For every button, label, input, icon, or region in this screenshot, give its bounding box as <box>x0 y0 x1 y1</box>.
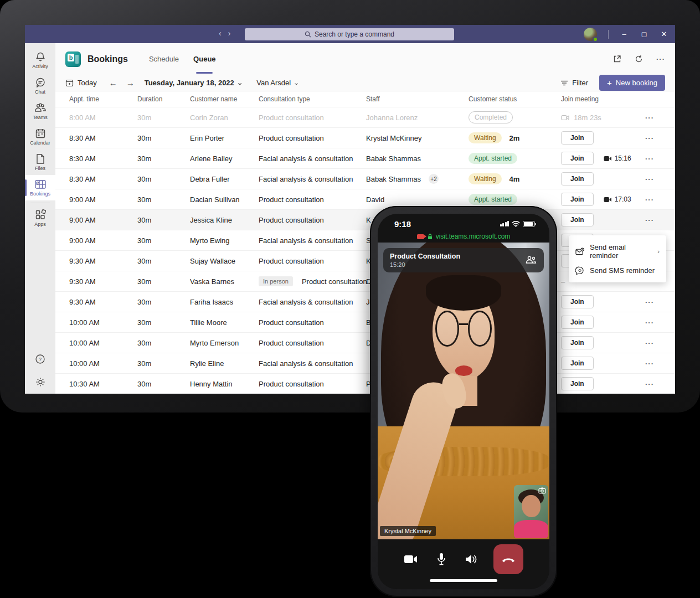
table-row[interactable]: 8:30 AM30mDebra FullerFacial analysis & … <box>55 168 675 189</box>
phone-status-bar: 9:18 <box>378 214 549 230</box>
row-more-icon[interactable]: ··· <box>645 380 675 388</box>
search-icon <box>305 31 311 38</box>
org-selector[interactable]: Van Arsdel ⌄ <box>256 79 298 87</box>
join-button[interactable]: Join <box>561 131 594 145</box>
join-button[interactable]: Join <box>561 213 594 226</box>
row-more-icon[interactable]: ··· <box>645 339 675 347</box>
table-row[interactable]: 10:00 AM30mMyrto EmersonProduct consulta… <box>55 332 675 353</box>
open-in-new-icon[interactable] <box>613 55 621 63</box>
join-button[interactable]: Join <box>561 295 594 308</box>
join-button[interactable]: Join <box>561 193 594 206</box>
participants-icon[interactable] <box>525 255 537 265</box>
table-row[interactable]: 8:00 AM30mCorin ZoranProduct consultatio… <box>55 107 675 127</box>
table-row[interactable]: 10:00 AM30mRylie ElineFacial analysis & … <box>55 353 675 373</box>
staff-name: K <box>366 216 371 224</box>
video-camera-icon[interactable] <box>404 554 418 564</box>
speaker-icon[interactable] <box>465 554 478 565</box>
hang-up-button[interactable] <box>493 544 523 574</box>
close-button[interactable]: ✕ <box>660 30 668 38</box>
sidebar-item-bookings[interactable]: bBookings <box>25 175 55 200</box>
today-button[interactable]: Today <box>65 79 97 87</box>
table-row[interactable]: 10:30 AM30mHenny MattinProduct consultat… <box>55 373 675 394</box>
row-more-icon[interactable]: ··· <box>645 195 675 204</box>
teams-titlebar: ‹ › Search or type a command – ▢ ✕ <box>25 25 675 43</box>
next-day-arrow[interactable]: → <box>126 78 135 87</box>
row-more-icon[interactable]: ··· <box>645 359 675 368</box>
row-more-icon[interactable]: ··· <box>645 216 675 224</box>
sidebar-item-activity[interactable]: Activity <box>25 48 55 73</box>
filter-label: Filter <box>572 79 588 87</box>
tablet-frame: ‹ › Search or type a command – ▢ ✕ Activ… <box>0 0 700 413</box>
row-more-icon[interactable]: ··· <box>645 298 675 306</box>
flip-camera-icon[interactable] <box>538 487 546 494</box>
appt-duration: 30m <box>137 175 190 183</box>
url-text: visit.teams.microsoft.com <box>436 233 511 240</box>
calendar-today-icon <box>65 79 74 87</box>
refresh-icon[interactable] <box>635 55 643 63</box>
status-badge: Waiting <box>469 173 502 184</box>
tab-queue[interactable]: Queue <box>193 43 215 75</box>
bookings-header: Bookings Schedule Queue ··· <box>55 43 675 75</box>
row-more-icon[interactable]: ··· <box>645 175 675 183</box>
nav-back-icon[interactable]: ‹ <box>219 29 222 38</box>
sidebar-item-calendar[interactable]: Calendar <box>25 124 55 150</box>
sidebar-item-chat[interactable]: Chat <box>25 73 55 99</box>
header-more-icon[interactable]: ··· <box>656 55 665 63</box>
table-row[interactable]: 8:30 AM30mErin PorterProduct consultatio… <box>55 127 675 148</box>
consultation-type: Product consultation <box>259 380 324 388</box>
wifi-icon <box>512 221 520 227</box>
user-avatar[interactable] <box>584 28 597 41</box>
table-row[interactable]: 9:30 AM30mFariha IsaacsFacial analysis &… <box>55 291 675 312</box>
gear-icon <box>35 377 46 388</box>
phone-device: 9:18 visit.teams.microsoft.com <box>370 206 557 597</box>
row-more-icon[interactable]: ··· <box>645 154 675 163</box>
appt-duration: 30m <box>137 236 190 245</box>
search-input[interactable]: Search or type a command <box>245 28 454 40</box>
sidebar-item-help[interactable]: ? <box>25 347 55 370</box>
sidebar-item-label: Chat <box>35 89 45 95</box>
menu-item-send-email-reminder[interactable]: Send email reminder › <box>569 240 666 263</box>
filter-button[interactable]: Filter <box>560 79 588 87</box>
menu-item-label: Send SMS reminder <box>590 266 655 275</box>
new-booking-button[interactable]: + New booking <box>599 75 665 91</box>
microphone-icon[interactable] <box>437 553 446 566</box>
sidebar-item-settings[interactable] <box>25 370 55 394</box>
join-button[interactable]: Join <box>561 316 594 329</box>
join-button[interactable]: Join <box>561 377 594 390</box>
sidebar-item-teams[interactable]: Teams <box>25 99 55 124</box>
join-button[interactable]: Join <box>561 336 594 349</box>
row-more-icon[interactable]: ··· <box>645 134 675 142</box>
in-person-badge: In person <box>259 276 293 286</box>
phone-url-bar[interactable]: visit.teams.microsoft.com <box>378 230 549 243</box>
self-view[interactable] <box>514 485 548 538</box>
sidebar-item-apps[interactable]: Apps <box>25 205 55 231</box>
appt-time: 9:30 AM <box>69 277 137 286</box>
join-button[interactable]: Join <box>561 172 594 185</box>
maximize-button[interactable]: ▢ <box>640 30 648 38</box>
table-row[interactable]: 10:00 AM30mTillie MooreProduct consultat… <box>55 312 675 332</box>
sidebar-item-label: Bookings <box>30 191 50 197</box>
waiting-time: 4m <box>509 175 520 183</box>
extra-staff-badge[interactable]: +2 <box>429 174 439 184</box>
menu-item-send-sms-reminder[interactable]: Send SMS reminder <box>569 263 666 278</box>
row-more-icon[interactable]: ··· <box>645 318 675 327</box>
table-row[interactable]: 9:00 AM30mDacian SullivanProduct consult… <box>55 189 675 209</box>
home-indicator[interactable] <box>378 579 549 589</box>
consultation-type: Facial analysis & consultation <box>259 154 353 163</box>
tab-schedule[interactable]: Schedule <box>149 43 179 75</box>
chevron-down-icon: ⌄ <box>293 80 300 86</box>
table-row[interactable]: 8:30 AM30mArlene BaileyFacial analysis &… <box>55 148 675 168</box>
prev-day-arrow[interactable]: ← <box>109 78 117 87</box>
sidebar-item-files[interactable]: Files <box>25 150 55 175</box>
nav-forward-icon[interactable]: › <box>228 29 231 38</box>
join-button[interactable]: Join <box>561 152 594 165</box>
apps-icon <box>35 209 46 220</box>
row-more-icon[interactable]: ··· <box>645 114 675 122</box>
customer-name: Fariha Isaacs <box>190 298 259 306</box>
minimize-button[interactable]: – <box>620 30 629 38</box>
date-picker[interactable]: Tuesday, January 18, 2022 ⌄ <box>145 79 243 87</box>
appt-time: 8:30 AM <box>69 154 137 163</box>
bookings-icon: b <box>34 179 47 190</box>
table-row[interactable]: 9:00 AM30mJessica KlineProduct consultat… <box>55 209 675 230</box>
join-button[interactable]: Join <box>561 357 594 370</box>
